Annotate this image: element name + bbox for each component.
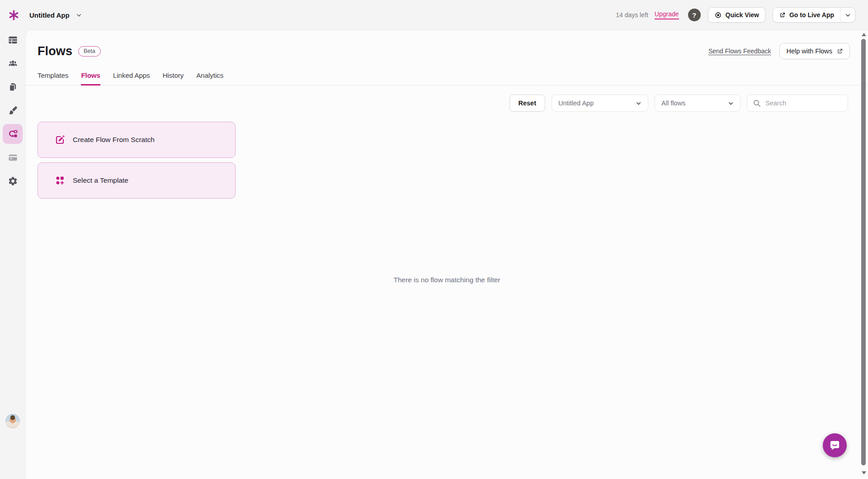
- go-to-live-app-chevron-button[interactable]: [840, 8, 855, 22]
- pencil-square-icon: [55, 134, 66, 145]
- paintbrush-icon: [8, 105, 18, 116]
- tab-flows[interactable]: Flows: [81, 71, 100, 85]
- users-icon: [8, 58, 18, 69]
- scroll-up-arrow-icon[interactable]: [862, 33, 866, 36]
- go-to-live-app-split-button: Go to Live App: [773, 7, 855, 23]
- pages-icon: [8, 82, 18, 92]
- chat-bubble-icon: [829, 439, 841, 451]
- quick-view-label: Quick View: [726, 11, 759, 19]
- filter-toolbar: Reset Untitled App All flows: [26, 95, 868, 112]
- chevron-down-icon: [728, 100, 734, 106]
- beta-badge: Beta: [78, 46, 101, 57]
- send-feedback-link[interactable]: Send Flows Feedback: [708, 47, 771, 55]
- chat-launcher-button[interactable]: [823, 433, 847, 457]
- empty-state-message: There is no flow matching the filter: [26, 276, 868, 284]
- search-box: [747, 95, 848, 112]
- create-flow-from-scratch-card[interactable]: Create Flow From Scratch: [38, 122, 236, 158]
- external-link-icon: [779, 12, 786, 19]
- topbar: Untitled App 14 days left Upgrade ? Quic…: [0, 0, 868, 30]
- sidebar-item-pages[interactable]: [3, 77, 23, 97]
- action-card-label: Create Flow From Scratch: [73, 136, 155, 144]
- upgrade-link[interactable]: Upgrade: [655, 10, 679, 19]
- sidebar-item-users[interactable]: [3, 53, 23, 73]
- help-with-flows-label: Help with Flows: [786, 47, 832, 55]
- scrollbar-thumb[interactable]: [861, 39, 866, 465]
- credit-card-icon: [8, 152, 18, 163]
- app-name[interactable]: Untitled App: [29, 11, 70, 19]
- chevron-down-icon: [636, 100, 642, 106]
- trial-days-left: 14 days left: [616, 11, 648, 19]
- workflow-icon: [8, 129, 18, 139]
- vertical-scrollbar: [861, 32, 867, 478]
- app-switcher-chevron-icon[interactable]: [76, 12, 82, 18]
- scroll-down-arrow-icon[interactable]: [862, 471, 866, 474]
- external-link-icon: [836, 48, 843, 55]
- action-card-label: Select a Template: [73, 176, 128, 185]
- go-to-live-app-label: Go to Live App: [789, 11, 834, 19]
- sidebar-item-data[interactable]: [3, 30, 23, 50]
- flow-actions: Create Flow From Scratch Select a Templa…: [38, 122, 236, 199]
- main-panel: Flows Beta Send Flows Feedback Help with…: [25, 30, 868, 479]
- eye-icon: [714, 11, 722, 19]
- table-icon: [8, 35, 18, 45]
- tab-history[interactable]: History: [163, 71, 184, 85]
- search-icon: [753, 99, 761, 108]
- tab-linked-apps[interactable]: Linked Apps: [113, 71, 150, 85]
- page-header: Flows Beta Send Flows Feedback Help with…: [26, 30, 868, 59]
- app-logo-asterisk-icon[interactable]: [8, 9, 20, 21]
- sidebar: [0, 30, 25, 479]
- user-avatar[interactable]: [5, 414, 20, 428]
- page-title: Flows: [38, 44, 72, 58]
- help-with-flows-button[interactable]: Help with Flows: [779, 43, 850, 59]
- sidebar-item-settings[interactable]: [3, 171, 23, 191]
- quick-view-button[interactable]: Quick View: [708, 7, 765, 23]
- sidebar-item-billing[interactable]: [3, 147, 23, 167]
- app-filter-value: Untitled App: [558, 100, 594, 107]
- reset-filters-button[interactable]: Reset: [509, 95, 546, 112]
- flow-filter-value: All flows: [661, 100, 685, 107]
- gear-icon: [8, 176, 18, 186]
- app-filter-dropdown[interactable]: Untitled App: [552, 95, 648, 112]
- search-input[interactable]: [765, 100, 842, 107]
- flow-status-filter-dropdown[interactable]: All flows: [655, 95, 741, 112]
- template-grid-icon: [55, 175, 66, 186]
- tab-templates[interactable]: Templates: [38, 71, 68, 85]
- go-to-live-app-button[interactable]: Go to Live App: [773, 8, 840, 22]
- help-button[interactable]: ?: [688, 9, 701, 21]
- sidebar-item-theme[interactable]: [3, 100, 23, 120]
- sidebar-item-workflows[interactable]: [3, 124, 23, 144]
- tab-analytics[interactable]: Analytics: [196, 71, 223, 85]
- select-a-template-card[interactable]: Select a Template: [38, 162, 236, 199]
- tab-bar: Templates Flows Linked Apps History Anal…: [26, 71, 868, 85]
